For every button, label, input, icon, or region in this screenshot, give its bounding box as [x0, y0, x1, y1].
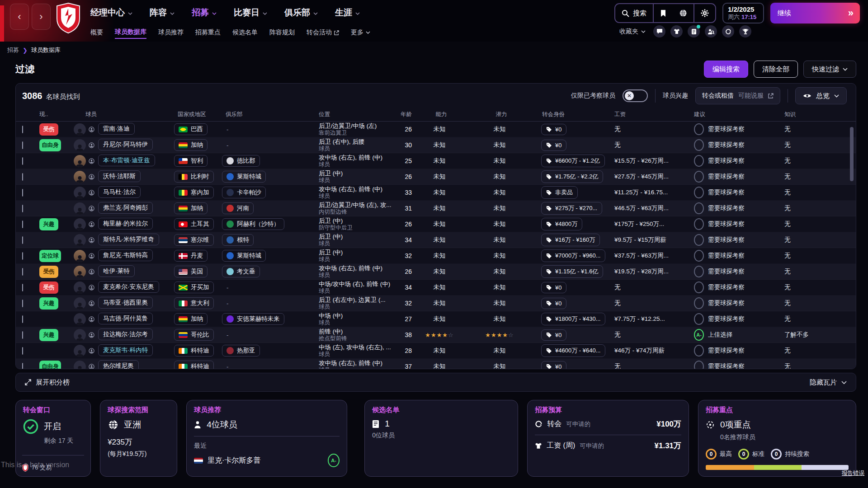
competition-button[interactable] [739, 25, 751, 38]
table-row[interactable]: 马马杜·法尔塞内加卡辛帕沙攻中场 (右左), 前锋 (中)球员33未知未知非卖品… [16, 185, 856, 201]
nation-pill[interactable]: 科特迪 [174, 361, 214, 369]
view-selector-dropdown[interactable]: 总览 [795, 87, 847, 104]
nation-pill[interactable]: 智利 [174, 155, 208, 167]
report-button[interactable] [688, 25, 700, 38]
nav-item-比赛日[interactable]: 比赛日 [234, 7, 267, 19]
recent-player-name[interactable]: 里克·卡尔斯多普 [208, 456, 260, 465]
nav-item-阵容[interactable]: 阵容 [150, 7, 175, 19]
subnav-item-转会活动[interactable]: 转会活动 [307, 28, 339, 38]
nav-item-招募[interactable]: 招募 [192, 7, 217, 19]
nation-pill[interactable]: 比利时 [174, 171, 214, 183]
table-row[interactable]: 兴趣梅里赫·的米拉尔土耳其阿赫利（沙特）后卫 (中)防守型中后卫26未知未知¥4… [16, 216, 856, 232]
column-header-age[interactable]: 年龄 [395, 111, 415, 118]
clear-all-button[interactable]: 清除全部 [754, 61, 798, 78]
player-name[interactable]: 马马杜·法尔 [98, 186, 141, 198]
hide-tiles-button[interactable]: 隐藏瓦片 [810, 378, 847, 387]
row-checkbox[interactable] [22, 252, 23, 260]
edit-search-button[interactable]: 编辑搜索 [704, 61, 748, 78]
column-header-nat[interactable]: 国家或地区 [174, 111, 222, 118]
row-checkbox[interactable] [22, 300, 23, 307]
nation-pill[interactable]: 意大利 [174, 297, 214, 309]
row-checkbox[interactable] [22, 363, 23, 370]
refresh-button[interactable] [722, 25, 734, 38]
player-name[interactable]: 弗兰克·阿奇姆彭 [98, 202, 153, 214]
player-name[interactable]: 马吉德·阿什莫鲁 [98, 313, 153, 324]
table-row[interactable]: 弗兰克·阿奇姆彭加纳河南后卫/边翼卫/中场 (左), 攻...内切型边锋31未知… [16, 201, 856, 216]
row-checkbox[interactable] [22, 284, 23, 291]
row-checkbox[interactable] [22, 173, 23, 181]
subnav-item-更多[interactable]: 更多 [351, 28, 370, 38]
interest-filter-button[interactable]: 转会或租借 可能说服 [695, 87, 780, 104]
settings-button[interactable] [694, 4, 715, 22]
table-row[interactable]: 受伤雷南·洛迪巴西-后卫/边翼卫/中场 (左)靠前边翼卫26未知未知¥0无需要球… [16, 122, 856, 137]
inbox-chat-button[interactable] [653, 25, 665, 38]
player-name[interactable]: 斯特凡·米特罗维奇 [98, 234, 159, 245]
favorites-dropdown[interactable]: 收藏夹 [619, 28, 646, 36]
nav-item-俱乐部[interactable]: 俱乐部 [284, 7, 318, 19]
nation-pill[interactable]: 哥伦比 [174, 329, 214, 341]
table-row[interactable]: 马吉德·阿什莫鲁加纳安德莱赫特未来中场 (中)球员27未知未知¥1800万 - … [16, 311, 856, 327]
row-checkbox[interactable] [22, 205, 23, 212]
player-recommendations-tile[interactable]: 球员推荐 4位球员 最近 里克·卡尔斯多普 A- [186, 400, 347, 477]
player-name[interactable]: 雷南·洛迪 [98, 123, 135, 135]
player-name[interactable]: 麦克希尔·安东尼奥 [98, 281, 159, 293]
scout-range-tile[interactable]: 球探搜索范围 亚洲 ¥235万 (每月¥19.5万) [100, 400, 177, 477]
recruitment-focus-tile[interactable]: 招募重点 0项重点 0名推荐球员 0最高0标准0持续搜索 [698, 400, 856, 477]
subnav-item-候选名单[interactable]: 候选名单 [232, 28, 258, 38]
club-pill[interactable]: 安德莱赫特未来 [222, 313, 284, 325]
nation-pill[interactable]: 科特迪 [174, 345, 214, 357]
table-row[interactable]: 受伤麦克希尔·安东尼奥牙买加-中场/攻中场 (右), 前锋 (中)球员34未知未… [16, 280, 856, 296]
player-name[interactable]: 拉达梅尔·法尔考 [98, 328, 153, 340]
player-name[interactable]: 马蒂亚·德西里奥 [98, 297, 153, 309]
row-checkbox[interactable] [22, 347, 23, 355]
nation-pill[interactable]: 加纳 [174, 313, 208, 325]
column-header-know[interactable]: 知识 [779, 111, 856, 118]
nation-pill[interactable]: 加纳 [174, 139, 208, 151]
table-row[interactable]: 定位球詹尼克·韦斯特高丹麦莱斯特城后卫 (中)球员32未知未知¥7000万 - … [16, 248, 856, 264]
player-name[interactable]: 麦克斯韦·科内特 [98, 344, 153, 356]
recruitment-budget-tile[interactable]: 招募预算 转会 可申请的 ¥100万 工资 (周) 可申请的 ¥1.31万 [527, 400, 689, 477]
nation-pill[interactable]: 巴西 [174, 123, 208, 135]
scouted-only-toggle[interactable]: ✕ [623, 89, 648, 102]
player-name[interactable]: 梅里赫·的米拉尔 [98, 218, 153, 230]
subnav-item-概要[interactable]: 概要 [90, 28, 103, 38]
nation-pill[interactable]: 塞尔维 [174, 234, 214, 246]
column-header-pl[interactable]: 球员 [70, 111, 174, 118]
club-pill[interactable]: 德比郡 [222, 155, 260, 167]
column-header-st[interactable]: 现.. [36, 111, 70, 118]
column-header-pos[interactable]: 位置 [315, 111, 395, 118]
player-name[interactable]: 詹尼克·韦斯特高 [98, 249, 153, 261]
vertical-scrollbar[interactable] [850, 127, 854, 181]
continue-button[interactable]: 继续 » [770, 3, 860, 23]
club-pill[interactable]: 考文垂 [222, 266, 260, 277]
club-crest[interactable] [55, 2, 81, 34]
player-name[interactable]: 本·布雷顿·迪亚兹 [98, 155, 155, 166]
report-error-link[interactable]: 报告错误 [842, 469, 864, 477]
player-name[interactable]: 哈伊·莱特 [98, 265, 135, 277]
nation-pill[interactable]: 加纳 [174, 202, 208, 214]
row-checkbox[interactable] [22, 331, 23, 339]
breadcrumb-parent[interactable]: 招募 [7, 46, 19, 54]
subnav-item-招募重点[interactable]: 招募重点 [195, 28, 221, 38]
scouting-button[interactable] [705, 25, 717, 38]
column-header-adv[interactable]: 建议 [690, 111, 779, 118]
column-header-val[interactable]: 转会身份 [535, 111, 608, 118]
nation-pill[interactable]: 土耳其 [174, 218, 214, 230]
player-name[interactable]: 沃特·法耶斯 [98, 170, 141, 182]
row-checkbox[interactable] [22, 157, 23, 165]
row-checkbox[interactable] [22, 268, 23, 276]
nation-pill[interactable]: 牙买加 [174, 282, 214, 293]
table-row[interactable]: 斯特凡·米特罗维奇塞尔维根特后卫 (中)球员34未知未知¥16万 - ¥160万… [16, 232, 856, 248]
player-name[interactable]: 热尔维尼奥 [98, 360, 139, 370]
column-header-wage[interactable]: 工资 [608, 111, 690, 118]
table-row[interactable]: 本·布雷顿·迪亚兹智利德比郡攻中场 (右左), 前锋 (中)球员25未知未知¥6… [16, 153, 856, 169]
club-pill[interactable]: 莱斯特城 [222, 250, 266, 262]
shortlist-tile[interactable]: 候选名单 1 0位球员 [364, 400, 518, 477]
subnav-item-阵容规划[interactable]: 阵容规划 [269, 28, 295, 38]
row-checkbox[interactable] [22, 126, 23, 133]
expand-standings-button[interactable]: 展开积分榜 [25, 378, 70, 387]
club-pill[interactable]: 根特 [222, 234, 254, 246]
nation-pill[interactable]: 丹麦 [174, 250, 208, 262]
player-name[interactable]: 丹尼尔·阿马特伊 [98, 139, 153, 150]
nav-item-生涯[interactable]: 生涯 [335, 7, 360, 19]
